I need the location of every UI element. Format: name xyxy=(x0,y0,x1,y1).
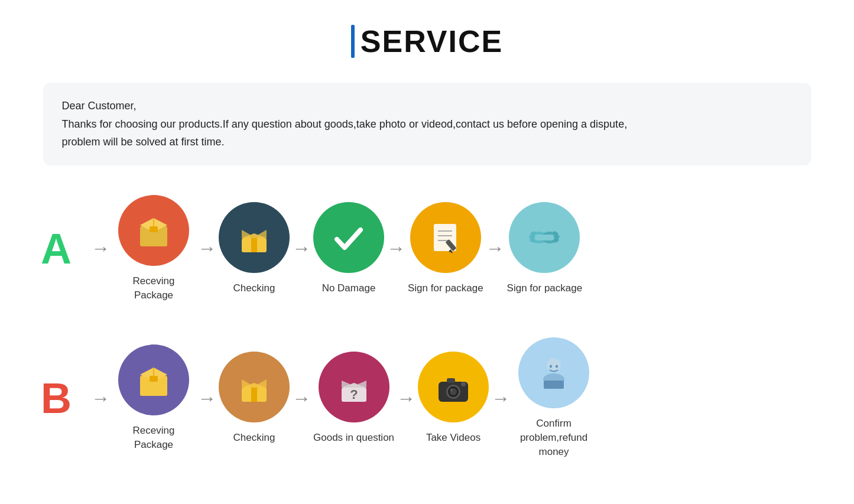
label-b3: Goods in question xyxy=(313,431,394,445)
arrow-a4: → xyxy=(486,238,505,259)
flow-item-b1: Receving Package xyxy=(112,344,195,452)
flow-item-a1: Receving Package xyxy=(112,195,195,303)
svg-marker-34 xyxy=(258,379,267,388)
arrow-b1: → xyxy=(197,388,216,409)
icon-b-camera xyxy=(418,352,489,422)
arrow-b2: → xyxy=(292,388,311,409)
label-a5: Sign for package xyxy=(507,281,583,295)
arrow-b0: → xyxy=(91,388,110,409)
svg-marker-38 xyxy=(342,381,350,388)
svg-rect-35 xyxy=(251,388,257,402)
row-b-label: B xyxy=(35,374,77,422)
icon-b-checking xyxy=(219,352,290,422)
svg-point-52 xyxy=(556,365,558,368)
arrow-a1: → xyxy=(197,238,216,259)
icon-b-refund xyxy=(518,337,589,408)
arrow-a0: → xyxy=(91,238,110,259)
icon-a-sign2 xyxy=(509,202,580,273)
svg-point-45 xyxy=(450,389,453,391)
svg-text:?: ? xyxy=(350,387,358,402)
flow-row-b: B → Receving Package → Checking xyxy=(35,337,819,459)
svg-marker-33 xyxy=(242,379,250,388)
icon-b-receiving xyxy=(118,344,189,415)
arrow-a2: → xyxy=(292,238,311,259)
label-b4: Take Videos xyxy=(426,431,480,445)
icon-b-question: ? xyxy=(319,352,389,422)
svg-point-51 xyxy=(550,365,552,368)
arrow-b3: → xyxy=(397,388,415,409)
icon-a-checking xyxy=(219,202,290,273)
arrow-b4: → xyxy=(491,388,510,409)
label-b1: Receving Package xyxy=(112,424,195,452)
arrow-a3: → xyxy=(387,238,405,259)
flow-row-a: A → Receving Package → xyxy=(35,195,819,303)
label-a1: Receving Package xyxy=(112,274,195,303)
icon-a-nodamage xyxy=(313,202,384,273)
flow-item-a5: Sign for package xyxy=(507,202,583,295)
flow-item-b5: Confirm problem,refund money xyxy=(512,337,595,459)
svg-marker-39 xyxy=(358,381,366,388)
flow-item-b3: ? Goods in question xyxy=(313,352,394,445)
flow-item-a3: No Damage xyxy=(313,202,384,295)
label-b5: Confirm problem,refund money xyxy=(512,417,595,459)
svg-marker-9 xyxy=(258,230,267,238)
label-a2: Checking xyxy=(233,281,275,295)
flow-item-b2: Checking xyxy=(219,352,290,445)
svg-rect-19 xyxy=(534,235,554,240)
label-a4: Sign for package xyxy=(408,281,483,295)
svg-rect-46 xyxy=(447,378,455,383)
flow-item-a2: Checking xyxy=(219,202,290,295)
title-accent-bar xyxy=(351,25,355,58)
svg-rect-50 xyxy=(544,381,564,389)
flow-item-b4: Take Videos xyxy=(418,352,489,445)
flow-item-a4: Sign for package xyxy=(408,202,483,295)
icon-a-sign1 xyxy=(410,202,481,273)
title-text: SERVICE xyxy=(361,24,503,59)
notice-line3: problem will be solved at first time. xyxy=(62,133,793,151)
notice-line1: Dear Customer, xyxy=(62,97,793,115)
svg-marker-8 xyxy=(242,230,250,238)
label-b2: Checking xyxy=(233,431,275,445)
page-title: SERVICE xyxy=(351,24,503,59)
notice-box: Dear Customer, Thanks for choosing our p… xyxy=(43,83,811,165)
icon-a-receiving xyxy=(118,195,189,266)
notice-line2: Thanks for choosing our products.If any … xyxy=(62,115,793,134)
svg-rect-10 xyxy=(251,238,257,252)
label-a3: No Damage xyxy=(322,281,376,295)
row-a-label: A xyxy=(35,225,77,273)
svg-point-48 xyxy=(547,358,561,372)
svg-point-47 xyxy=(461,382,466,386)
